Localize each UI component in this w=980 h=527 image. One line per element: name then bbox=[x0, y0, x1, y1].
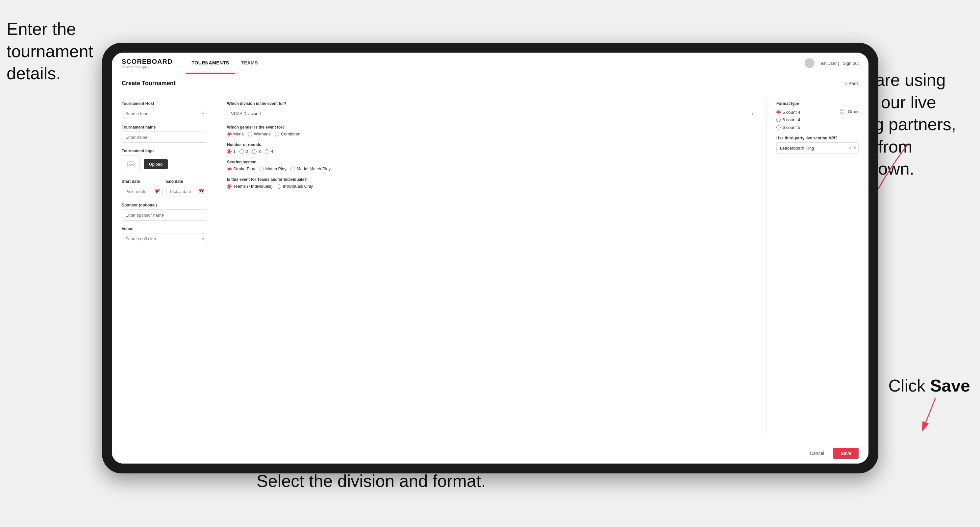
tournament-name-input[interactable] bbox=[122, 132, 207, 143]
division-field: Which division is the event for? ▾ bbox=[227, 101, 756, 119]
tournament-host-input[interactable] bbox=[122, 108, 207, 119]
logo-upload-area: Upload bbox=[122, 155, 207, 173]
format-other-label: Other bbox=[848, 109, 859, 114]
gender-field: Which gender is the event for? Mens Wome… bbox=[227, 125, 756, 137]
user-avatar bbox=[805, 58, 815, 68]
format-options-group: 5 count 4 6 count 4 6 count 5 bbox=[776, 110, 800, 130]
tournament-logo-label: Tournament logo bbox=[122, 149, 207, 153]
back-link[interactable]: Back bbox=[845, 81, 859, 86]
annotation-click-save: Click Save bbox=[888, 375, 970, 397]
gender-combined[interactable]: Combined bbox=[275, 132, 300, 137]
live-scoring-clear-icon[interactable]: ✕ ▾ bbox=[848, 145, 856, 151]
format-5count4-radio[interactable] bbox=[776, 110, 781, 114]
form-footer: Cancel Save bbox=[112, 443, 869, 464]
brand-logo: SCOREBOARD Powered by clippit bbox=[122, 58, 172, 69]
gender-mens[interactable]: Mens bbox=[227, 132, 244, 137]
scoring-field: Scoring system Stroke Play Match Play bbox=[227, 160, 756, 171]
svg-rect-4 bbox=[128, 162, 134, 167]
nav-teams[interactable]: TEAMS bbox=[235, 52, 264, 74]
rounds-label: Number of rounds bbox=[227, 142, 756, 147]
scoring-medal-radio[interactable] bbox=[291, 167, 295, 171]
event-type-radio-group: Teams (+Individuals) Individuals Only bbox=[227, 184, 756, 189]
form-wrapper: Create Tournament Back Tournament Host ▾ bbox=[112, 74, 869, 464]
format-type-field: Format type 5 count 4 6 count bbox=[776, 101, 859, 130]
live-scoring-field: Use third-party live scoring API? Leader… bbox=[776, 136, 859, 154]
rounds-4[interactable]: 4 bbox=[265, 149, 274, 154]
left-column: Tournament Host ▾ Tournament name bbox=[122, 101, 217, 435]
format-6count4-radio[interactable] bbox=[776, 118, 781, 122]
rounds-field: Number of rounds 1 2 bbox=[227, 142, 756, 154]
start-date-field: Start date 📅 bbox=[122, 179, 162, 197]
tournament-host-field: Tournament Host ▾ bbox=[122, 101, 207, 119]
live-scoring-label: Use third-party live scoring API? bbox=[776, 136, 859, 140]
scoring-stroke[interactable]: Stroke Play bbox=[227, 167, 255, 171]
sponsor-label: Sponsor (optional) bbox=[122, 203, 207, 208]
gender-mens-radio[interactable] bbox=[227, 132, 232, 137]
gender-combined-radio[interactable] bbox=[275, 132, 279, 137]
end-date-label: End date bbox=[167, 179, 207, 184]
format-6count4[interactable]: 6 count 4 bbox=[776, 117, 800, 122]
tablet-screen: SCOREBOARD Powered by clippit TOURNAMENT… bbox=[112, 52, 869, 464]
scoring-medal[interactable]: Medal Match Play bbox=[291, 167, 331, 171]
gender-womens-radio[interactable] bbox=[248, 132, 252, 137]
rounds-1-radio[interactable] bbox=[227, 149, 232, 154]
event-teams[interactable]: Teams (+Individuals) bbox=[227, 184, 273, 189]
rounds-3-radio[interactable] bbox=[252, 149, 256, 154]
format-6count5[interactable]: 6 count 5 bbox=[776, 125, 800, 130]
sign-out-link[interactable]: Sign out bbox=[843, 61, 859, 66]
event-individuals[interactable]: Individuals Only bbox=[277, 184, 313, 189]
upload-button[interactable]: Upload bbox=[144, 159, 168, 169]
brand-name: SCOREBOARD bbox=[122, 58, 172, 65]
venue-chevron-icon: ▾ bbox=[202, 236, 204, 241]
format-6count5-radio[interactable] bbox=[776, 125, 781, 130]
sponsor-field: Sponsor (optional) bbox=[122, 203, 207, 221]
nav-tournaments[interactable]: TOURNAMENTS bbox=[186, 52, 235, 74]
live-scoring-value: Leaderboard King bbox=[776, 142, 859, 154]
division-label: Which division is the event for? bbox=[227, 101, 756, 106]
annotation-select-division: Select the division and format. bbox=[256, 470, 486, 492]
venue-field: Venue ▾ bbox=[122, 227, 207, 244]
rounds-4-radio[interactable] bbox=[265, 149, 269, 154]
logo-preview bbox=[122, 155, 140, 173]
sponsor-input[interactable] bbox=[122, 210, 207, 221]
form-header: Create Tournament Back bbox=[112, 74, 869, 93]
date-fields: Start date 📅 End date 📅 bbox=[122, 179, 207, 197]
user-name: Test User | bbox=[818, 61, 839, 66]
form-title: Create Tournament bbox=[122, 80, 176, 87]
scoring-label: Scoring system bbox=[227, 160, 756, 164]
event-individuals-radio[interactable] bbox=[277, 184, 281, 189]
scoring-match-radio[interactable] bbox=[259, 167, 264, 171]
save-button[interactable]: Save bbox=[833, 448, 859, 459]
division-chevron-icon: ▾ bbox=[751, 111, 754, 116]
navbar: SCOREBOARD Powered by clippit TOURNAMENT… bbox=[112, 52, 869, 74]
division-select[interactable] bbox=[227, 108, 756, 119]
gender-womens[interactable]: Womens bbox=[248, 132, 271, 137]
scoring-stroke-radio[interactable] bbox=[227, 167, 232, 171]
chevron-down-icon: ▾ bbox=[202, 111, 204, 116]
scoring-radio-group: Stroke Play Match Play Medal Match Play bbox=[227, 167, 756, 171]
rounds-2-radio[interactable] bbox=[240, 149, 244, 154]
cancel-button[interactable]: Cancel bbox=[805, 448, 830, 459]
event-type-field: Is this event for Teams and/or Individua… bbox=[227, 177, 756, 189]
end-date-field: End date 📅 bbox=[167, 179, 207, 197]
rounds-radio-group: 1 2 3 bbox=[227, 149, 756, 154]
calendar-end-icon: 📅 bbox=[199, 189, 204, 194]
rounds-2[interactable]: 2 bbox=[240, 149, 248, 154]
tablet-frame: SCOREBOARD Powered by clippit TOURNAMENT… bbox=[102, 43, 878, 473]
venue-input[interactable] bbox=[122, 233, 207, 244]
nav-user: Test User | Sign out bbox=[805, 58, 859, 68]
rounds-3[interactable]: 3 bbox=[252, 149, 261, 154]
tournament-host-input-wrapper: ▾ bbox=[122, 108, 207, 119]
rounds-1[interactable]: 1 bbox=[227, 149, 235, 154]
event-teams-radio[interactable] bbox=[227, 184, 232, 189]
venue-input-wrapper: ▾ bbox=[122, 233, 207, 244]
tournament-name-field: Tournament name bbox=[122, 125, 207, 143]
format-other-radio[interactable] bbox=[840, 110, 844, 114]
brand-sub: Powered by clippit bbox=[122, 65, 172, 69]
format-5count4[interactable]: 5 count 4 bbox=[776, 110, 800, 115]
form-body: Tournament Host ▾ Tournament name bbox=[112, 93, 869, 443]
start-date-input-wrapper: 📅 bbox=[122, 186, 162, 197]
calendar-icon: 📅 bbox=[154, 189, 160, 194]
scoring-match[interactable]: Match Play bbox=[259, 167, 286, 171]
format-other: Other bbox=[840, 109, 859, 114]
